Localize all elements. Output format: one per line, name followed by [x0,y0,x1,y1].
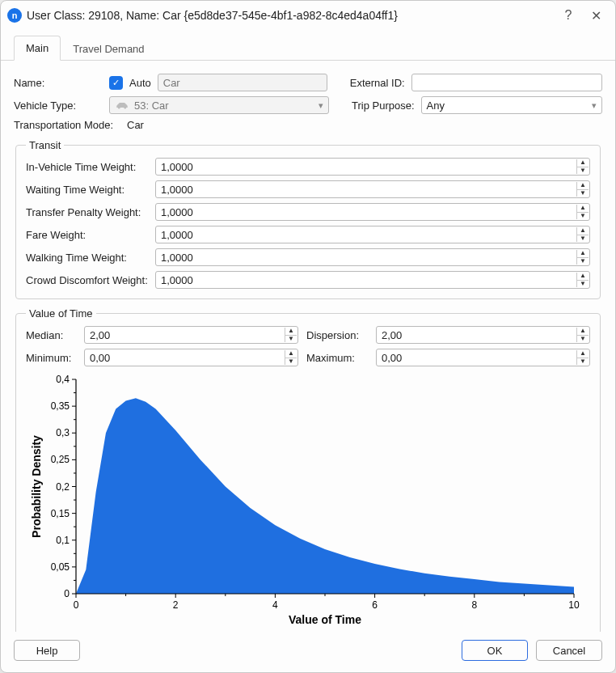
vehicle-type-value: 53: Car [134,99,169,112]
row-name: Name: ✓ Auto External ID: [14,74,602,91]
external-id-input[interactable] [411,74,602,91]
waiting-weight-input[interactable]: 1,0000 ▲▼ [155,180,590,198]
external-id-label: External ID: [350,77,405,89]
auto-label: Auto [129,77,151,89]
tab-content: Name: ✓ Auto External ID: Vehicle Type: … [1,61,615,632]
help-icon[interactable]: ? [557,4,580,27]
svg-text:6: 6 [372,599,378,611]
vehicle-type-label: Vehicle Type: [14,99,103,112]
waiting-label: Waiting Time Weight: [26,184,155,196]
spinner-buttons[interactable]: ▲▼ [285,328,297,342]
crowd-label: Crowd Discomfort Weight: [26,274,155,286]
svg-text:0,25: 0,25 [51,454,70,465]
chevron-down-icon: ▾ [592,100,597,111]
spinner-buttons[interactable]: ▲▼ [576,159,589,174]
transit-group: Transit In-Vehicle Time Weight: 1,0000 ▲… [15,139,601,299]
minimum-input[interactable]: 0,00 ▲▼ [84,349,298,366]
fare-label: Fare Weight: [26,229,155,241]
svg-text:0: 0 [74,599,79,611]
chevron-down-icon: ▾ [319,100,323,111]
svg-text:4: 4 [272,599,278,611]
svg-text:0,05: 0,05 [51,561,70,573]
svg-text:0: 0 [64,588,70,599]
name-input[interactable] [158,74,327,91]
spinner-buttons[interactable]: ▲▼ [285,350,297,365]
row-transport-mode: Transportation Mode: Car [14,119,602,131]
vot-chart: 00,050,10,150,20,250,30,350,40246810Valu… [26,371,590,632]
value-of-time-group: Value of Time Median: 2,00 ▲▼ Dispersion… [15,307,601,632]
svg-text:0,35: 0,35 [51,400,70,412]
crowd-weight-input[interactable]: 1,0000 ▲▼ [155,271,590,289]
svg-text:0,4: 0,4 [56,374,70,385]
fare-weight-input[interactable]: 1,0000 ▲▼ [155,226,590,243]
median-label: Median: [26,329,76,341]
dialog-footer: Help OK Cancel [1,632,615,672]
transport-mode-value: Car [127,119,144,131]
svg-text:10: 10 [568,599,580,611]
auto-checkbox[interactable]: ✓ [109,76,123,90]
svg-text:Value of Time: Value of Time [289,613,361,626]
svg-text:0,3: 0,3 [56,427,70,438]
app-icon: n [7,8,22,23]
tab-main[interactable]: Main [14,36,61,61]
spinner-buttons[interactable]: ▲▼ [576,328,589,342]
spinner-buttons[interactable]: ▲▼ [576,182,589,197]
in-vehicle-weight-input[interactable]: 1,0000 ▲▼ [155,158,590,176]
svg-text:2: 2 [173,599,179,611]
car-icon [115,100,129,110]
trip-purpose-value: Any [427,99,445,112]
svg-text:8: 8 [471,599,477,611]
spinner-buttons[interactable]: ▲▼ [576,205,589,219]
median-input[interactable]: 2,00 ▲▼ [84,326,298,344]
tabs: Main Travel Demand [1,30,615,61]
tab-travel-demand[interactable]: Travel Demand [61,36,156,61]
in-vehicle-label: In-Vehicle Time Weight: [26,161,155,173]
chart-svg: 00,050,10,150,20,250,30,350,40246810Valu… [26,371,584,630]
walking-label: Walking Time Weight: [26,252,155,264]
transport-mode-label: Transportation Mode: [14,119,120,131]
minimum-label: Minimum: [26,352,76,364]
spinner-buttons[interactable]: ▲▼ [576,227,589,242]
transit-legend: Transit [26,139,64,151]
name-label: Name: [14,77,103,89]
dispersion-input[interactable]: 2,00 ▲▼ [376,326,590,344]
window-title: User Class: 29108, Name: Car {e5d8de37-5… [27,9,552,22]
svg-text:Probability Density: Probability Density [30,435,43,538]
row-vehicle-type: Vehicle Type: 53: Car ▾ Trip Purpose: An… [14,96,602,114]
help-button[interactable]: Help [14,640,80,661]
maximum-input[interactable]: 0,00 ▲▼ [376,349,590,366]
dialog-window: n User Class: 29108, Name: Car {e5d8de37… [0,0,616,673]
svg-text:0,1: 0,1 [56,535,70,546]
spinner-buttons[interactable]: ▲▼ [576,273,589,287]
check-icon: ✓ [112,78,120,88]
maximum-label: Maximum: [306,352,368,364]
walking-weight-input[interactable]: 1,0000 ▲▼ [155,248,590,266]
ok-button[interactable]: OK [462,640,528,661]
transfer-label: Transfer Penalty Weight: [26,206,155,218]
svg-text:0,15: 0,15 [51,508,70,519]
spinner-buttons[interactable]: ▲▼ [576,350,589,365]
trip-purpose-select[interactable]: Any ▾ [421,96,602,114]
dispersion-label: Dispersion: [306,329,368,341]
trip-purpose-label: Trip Purpose: [352,99,415,112]
transfer-weight-input[interactable]: 1,0000 ▲▼ [155,203,590,221]
vehicle-type-select[interactable]: 53: Car ▾ [109,96,329,114]
svg-text:0,2: 0,2 [56,481,70,493]
cancel-button[interactable]: Cancel [536,640,602,661]
spinner-buttons[interactable]: ▲▼ [576,250,589,265]
vot-legend: Value of Time [26,307,96,320]
titlebar: n User Class: 29108, Name: Car {e5d8de37… [1,1,615,30]
close-icon[interactable]: ✕ [584,4,607,27]
